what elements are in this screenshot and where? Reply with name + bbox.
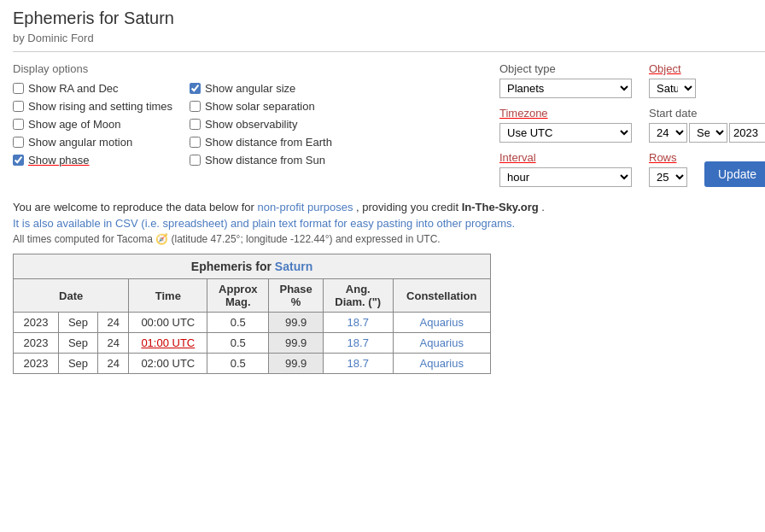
interval-group: Interval hour day week (499, 151, 632, 187)
cell-const: Aquarius (393, 354, 490, 374)
info-line-2: It is also available in CSV (i.e. spread… (13, 217, 765, 230)
col-header-date: Date (14, 279, 129, 313)
label-ra-dec: Show RA and Dec (28, 82, 119, 95)
cell-phase: 99.9 (269, 333, 324, 354)
object-type-group: Object type Planets Stars Nebulae Galaxi… (499, 62, 632, 98)
option-observability: Show observability (190, 118, 332, 131)
rows-label: Rows (649, 151, 687, 164)
label-age-moon: Show age of Moon (28, 118, 120, 131)
ephemeris-table: Ephemeris for Saturn Date Time ApproxMag… (13, 254, 491, 374)
table-section: Ephemeris for Saturn Date Time ApproxMag… (13, 254, 765, 374)
checkbox-age-moon[interactable] (13, 119, 24, 130)
cell-time: 00:00 UTC (129, 313, 207, 333)
options-col-1: Show RA and Dec Show rising and setting … (13, 82, 172, 167)
cell-month: Sep (58, 313, 97, 333)
option-age-moon: Show age of Moon (13, 118, 172, 131)
checkbox-ra-dec[interactable] (13, 83, 24, 94)
cell-time: 01:00 UTC (129, 333, 207, 354)
checkbox-angular-motion[interactable] (13, 137, 24, 148)
col-header-const: Constellation (393, 279, 490, 313)
object-label: Object (649, 62, 696, 75)
interval-label: Interval (499, 151, 632, 164)
cell-phase: 99.9 (269, 354, 324, 374)
label-observability: Show observability (205, 118, 297, 131)
table-row: 2023 Sep 24 02:00 UTC 0.5 99.9 18.7 Aqua… (14, 354, 491, 374)
cell-mag: 0.5 (207, 333, 269, 354)
year-input[interactable] (729, 123, 765, 143)
csv-link[interactable]: CSV (115, 217, 138, 230)
cell-month: Sep (58, 333, 97, 354)
cell-const: Aquarius (393, 313, 490, 333)
cell-mag: 0.5 (207, 313, 269, 333)
option-distance-earth: Show distance from Earth (190, 136, 332, 149)
cell-year: 2023 (14, 313, 59, 333)
table-row: 2023 Sep 24 00:00 UTC 0.5 99.9 18.7 Aqua… (14, 313, 491, 333)
checkbox-distance-sun[interactable] (190, 155, 201, 166)
label-solar-separation: Show solar separation (205, 100, 315, 113)
option-angular-motion: Show angular motion (13, 136, 172, 149)
cell-diam: 18.7 (323, 333, 393, 354)
options-col-2: Show angular size Show solar separation … (190, 82, 332, 167)
start-date-group: Start date 24 Sep Oct Nov (649, 107, 765, 143)
col-header-mag: ApproxMag. (207, 279, 269, 313)
compass-icon: 🧭 (155, 233, 168, 245)
label-distance-sun: Show distance from Sun (205, 154, 325, 167)
label-distance-earth: Show distance from Earth (205, 136, 332, 149)
display-options-title: Display options (13, 62, 465, 75)
cell-day: 24 (98, 333, 129, 354)
rows-group: Rows 10 25 50 100 (649, 151, 687, 187)
start-date-label: Start date (649, 107, 765, 120)
cell-month: Sep (58, 354, 97, 374)
cell-year: 2023 (14, 333, 59, 354)
cell-day: 24 (98, 354, 129, 374)
checkbox-phase[interactable] (13, 155, 24, 166)
table-row: 2023 Sep 24 01:00 UTC 0.5 99.9 18.7 Aqua… (14, 333, 491, 354)
update-button[interactable]: Update (704, 161, 765, 187)
checkbox-observability[interactable] (190, 119, 201, 130)
cell-day: 24 (98, 313, 129, 333)
cell-mag: 0.5 (207, 354, 269, 374)
cell-phase: 99.9 (269, 313, 324, 333)
month-select[interactable]: Sep Oct Nov (689, 123, 727, 143)
label-phase: Show phase (28, 154, 90, 167)
cell-diam: 18.7 (323, 354, 393, 374)
checkbox-rising-setting[interactable] (13, 101, 24, 112)
col-header-diam: Ang.Diam. (") (323, 279, 393, 313)
table-title-planet: Saturn (275, 260, 312, 273)
timezone-group: Timezone Use UTC US/Eastern US/Central U… (499, 107, 632, 143)
object-type-select[interactable]: Planets Stars Nebulae Galaxies (499, 79, 632, 98)
option-phase: Show phase (13, 154, 172, 167)
option-solar-separation: Show solar separation (190, 100, 332, 113)
interval-select[interactable]: hour day week (499, 167, 632, 187)
col-header-time: Time (129, 279, 207, 313)
label-angular-size: Show angular size (205, 82, 295, 95)
option-distance-sun: Show distance from Sun (190, 154, 332, 167)
cell-time: 02:00 UTC (129, 354, 207, 374)
table-title: Ephemeris for Saturn (14, 254, 491, 279)
cell-const: Aquarius (393, 333, 490, 354)
plain-text-link[interactable]: plain text format (252, 217, 331, 230)
option-rising-setting: Show rising and setting times (13, 100, 172, 113)
checkbox-angular-size[interactable] (190, 83, 201, 94)
timezone-label: Timezone (499, 107, 632, 120)
timezone-select[interactable]: Use UTC US/Eastern US/Central US/Pacific (499, 123, 632, 143)
author-line: by Dominic Ford (13, 32, 765, 52)
day-select[interactable]: 24 (649, 123, 687, 143)
label-rising-setting: Show rising and setting times (28, 100, 172, 113)
object-select[interactable]: Mercury Venus Mars Jupiter Saturn Uranus… (649, 79, 696, 98)
object-group: Object Mercury Venus Mars Jupiter Saturn… (649, 62, 696, 98)
info-line-3: All times computed for Tacoma 🧭 (latitud… (13, 233, 765, 245)
rows-select[interactable]: 10 25 50 100 (649, 167, 687, 187)
option-ra-dec: Show RA and Dec (13, 82, 172, 95)
object-type-label: Object type (499, 62, 632, 75)
label-angular-motion: Show angular motion (28, 136, 132, 149)
non-profit-link[interactable]: non-profit purposes (257, 201, 353, 213)
info-section: You are welcome to reproduce the data be… (13, 201, 765, 245)
checkbox-solar-separation[interactable] (190, 101, 201, 112)
cell-year: 2023 (14, 354, 59, 374)
col-header-phase: Phase% (269, 279, 324, 313)
cell-diam: 18.7 (323, 313, 393, 333)
option-angular-size: Show angular size (190, 82, 332, 95)
page-title: Ephemeris for Saturn (13, 9, 765, 28)
checkbox-distance-earth[interactable] (190, 137, 201, 148)
